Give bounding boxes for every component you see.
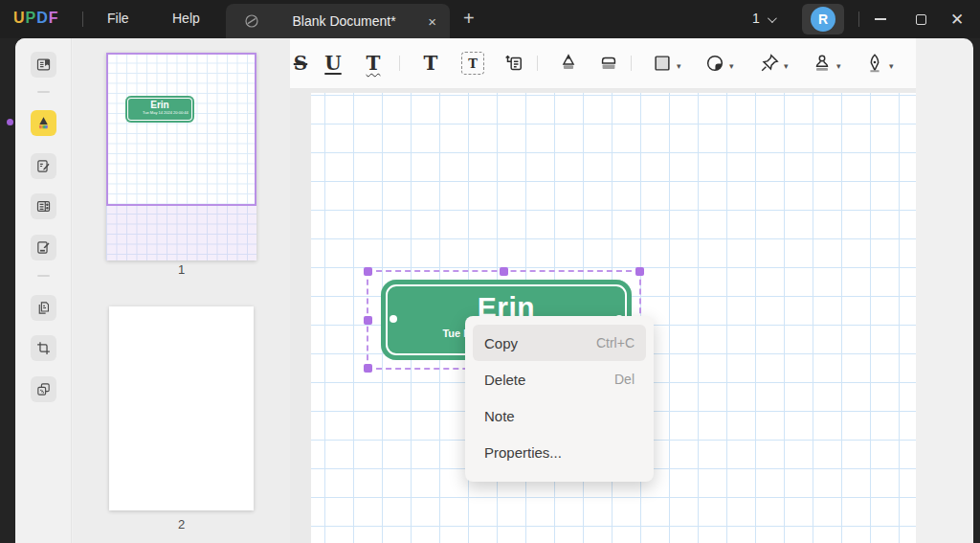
text-box-icon: T [461, 52, 484, 75]
title-bar: UPDF File Help Blank Document* × + 1 R ✕ [0, 0, 980, 38]
stamp-dropdown-caret[interactable]: ▾ [836, 61, 841, 71]
thumbnail-stamp-date: Tue May 14 2024 20:00:44 [143, 110, 177, 115]
menu-item-label: Copy [484, 335, 596, 351]
sidebar-item-form[interactable] [31, 193, 56, 219]
organize-pages-icon [35, 300, 52, 316]
underline-button[interactable]: U [321, 50, 345, 77]
sidebar-divider [37, 91, 50, 93]
document-tab[interactable]: Blank Document* × [226, 4, 450, 38]
shape-button[interactable] [650, 50, 675, 77]
stamp-button[interactable] [810, 50, 835, 77]
menu-item-label: Note [484, 408, 635, 424]
sticker-dropdown-caret[interactable]: ▾ [729, 61, 734, 71]
squiggly-underline-button[interactable]: T [361, 50, 386, 77]
menu-item-shortcut: Del [614, 372, 635, 387]
sticker-button[interactable] [702, 50, 727, 77]
left-sidebar [15, 38, 72, 543]
underline-icon: U [324, 52, 341, 75]
active-tool-indicator [7, 119, 13, 125]
page-count-value: 1 [752, 11, 760, 26]
account-button[interactable]: R [802, 4, 844, 34]
app-content: Erin Tue May 14 2024 20:00:44 1 2 S U T … [15, 38, 973, 543]
titlebar-divider [858, 11, 859, 27]
document-canvas: Erin Tue May 14 2024 20:00:44 [290, 88, 916, 543]
page-thumbnail-1[interactable]: Erin Tue May 14 2024 20:00:44 [106, 53, 256, 260]
stamp-icon [812, 53, 833, 74]
text-comment-button[interactable]: T [418, 50, 443, 77]
document-page[interactable]: Erin Tue May 14 2024 20:00:44 [311, 93, 916, 543]
text-box-button[interactable]: T [460, 50, 485, 77]
stamps-icon [35, 381, 52, 397]
sidebar-item-sign[interactable] [31, 235, 56, 260]
sidebar-item-reader[interactable] [31, 52, 56, 78]
shape-square-icon [652, 53, 673, 74]
sidebar-divider [37, 275, 50, 277]
comment-toolbar: S U T T T [290, 38, 916, 88]
tab-title: Blank Document* [260, 13, 428, 29]
avatar: R [811, 7, 835, 32]
close-button[interactable]: ✕ [943, 0, 971, 38]
sticker-icon [704, 53, 725, 74]
sidebar-item-edit-pdf[interactable] [31, 153, 56, 179]
context-menu-item-note[interactable]: Note [473, 397, 646, 434]
crop-icon [35, 340, 52, 356]
resize-handle-sw[interactable] [364, 364, 372, 373]
resize-handle-n[interactable] [500, 267, 508, 276]
page-count-dropdown[interactable]: 1 [752, 11, 774, 26]
signature-icon [864, 53, 885, 74]
thumbnail-stamp: Erin Tue May 14 2024 20:00:44 [125, 96, 194, 123]
thumbnail-offscreen-overlay [106, 206, 256, 260]
pin-dropdown-caret[interactable]: ▾ [784, 61, 789, 71]
context-menu: Copy Ctrl+C Delete Del Note Properties..… [465, 316, 654, 482]
logo-letter-u: U [13, 10, 26, 26]
resize-handle-w[interactable] [364, 316, 372, 325]
maximize-button[interactable] [906, 0, 935, 38]
text-comment-icon: T [424, 52, 438, 75]
reader-icon [35, 57, 52, 73]
shape-dropdown-caret[interactable]: ▾ [677, 61, 681, 71]
context-menu-item-properties[interactable]: Properties... [473, 434, 646, 470]
pencil-icon [558, 53, 579, 74]
context-menu-item-copy[interactable]: Copy Ctrl+C [473, 325, 646, 361]
signature-dropdown-caret[interactable]: ▾ [889, 61, 894, 71]
menu-help[interactable]: Help [172, 11, 200, 26]
pin-button[interactable] [757, 50, 782, 77]
tab-close-icon[interactable]: × [428, 14, 436, 29]
pencil-button[interactable] [556, 50, 581, 77]
thumbnail-viewport-outline [106, 53, 256, 206]
menu-file[interactable]: File [107, 11, 129, 26]
thumbnail-stamp-name: Erin [125, 100, 194, 110]
main-area: S U T T T [290, 38, 916, 543]
pin-icon [759, 53, 780, 74]
squiggly-underline-icon: T [367, 52, 381, 75]
logo-letter-d: D [36, 10, 49, 26]
sidebar-item-organize-pages[interactable] [31, 295, 56, 321]
eraser-button[interactable] [596, 50, 621, 77]
maximize-icon [916, 14, 926, 25]
sidebar-item-crop[interactable] [31, 335, 56, 361]
strikeout-button[interactable]: S [288, 50, 313, 77]
titlebar-divider [82, 11, 83, 27]
edit-page-icon [35, 158, 52, 174]
sidebar-item-stamps[interactable] [31, 376, 56, 402]
highlighter-icon [35, 115, 52, 131]
resize-handle-ne[interactable] [635, 267, 644, 276]
logo-letter-f: F [49, 10, 59, 26]
thumbnail-panel: Erin Tue May 14 2024 20:00:44 1 2 [73, 38, 290, 543]
resize-handle-nw[interactable] [364, 267, 372, 276]
context-menu-item-delete[interactable]: Delete Del [473, 361, 646, 397]
updf-logo: UPDF [13, 10, 59, 27]
new-tab-button[interactable]: + [463, 8, 475, 30]
text-callout-icon [502, 53, 523, 74]
eraser-icon [598, 53, 619, 74]
signature-button[interactable] [862, 50, 887, 77]
chevron-down-icon [768, 13, 777, 23]
sidebar-item-comment[interactable] [31, 110, 56, 136]
minimize-button[interactable] [866, 0, 895, 38]
minimize-icon [875, 18, 886, 20]
toolbar-divider [537, 56, 538, 71]
page-thumbnail-2[interactable] [109, 306, 254, 510]
text-callout-button[interactable] [501, 50, 525, 77]
menu-item-shortcut: Ctrl+C [596, 335, 635, 351]
logo-letter-p: P [26, 10, 37, 26]
